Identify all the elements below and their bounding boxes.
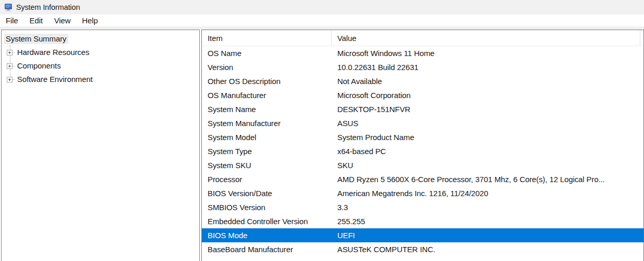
row-value-cell: Microsoft Windows 11 Home <box>331 49 643 58</box>
row-item-cell: Processor <box>202 175 331 184</box>
table-row[interactable]: Other OS DescriptionNot Available <box>202 74 643 88</box>
row-value-cell: UEFI <box>331 231 643 240</box>
menu-item-view[interactable]: View <box>48 15 76 26</box>
tree-item-label: Software Environment <box>16 74 94 85</box>
row-value-cell: 255.255 <box>331 217 643 226</box>
column-separator[interactable] <box>331 30 332 46</box>
table-row[interactable]: System ManufacturerASUS <box>202 116 643 130</box>
row-value-cell: Microsoft Corporation <box>331 91 643 100</box>
row-item-cell: SMBIOS Version <box>202 203 331 212</box>
row-item-cell: Other OS Description <box>202 77 331 86</box>
expand-plus-icon[interactable] <box>7 77 12 83</box>
tree-item-hardware-resources[interactable]: Hardware Resources <box>2 46 199 59</box>
tree-item-system-summary[interactable]: System Summary <box>2 32 199 46</box>
row-value-cell: ASUSTeK COMPUTER INC. <box>331 245 643 254</box>
column-header-value[interactable]: Value <box>331 34 357 43</box>
table-row[interactable]: System ModelSystem Product Name <box>202 130 643 144</box>
row-item-cell: BIOS Version/Date <box>202 189 331 198</box>
table-row[interactable]: OS ManufacturerMicrosoft Corporation <box>202 88 643 102</box>
row-value-cell: Not Available <box>331 77 643 86</box>
expand-plus-icon[interactable] <box>7 63 12 69</box>
row-item-cell: Version <box>202 63 331 72</box>
tree-item-components[interactable]: Components <box>2 59 199 73</box>
menu-item-edit[interactable]: Edit <box>24 15 48 26</box>
menu-item-file[interactable]: File <box>0 15 24 26</box>
table-row[interactable]: ProcessorAMD Ryzen 5 5600X 6-Core Proces… <box>202 172 643 186</box>
row-value-cell: x64-based PC <box>331 147 643 156</box>
row-item-cell: OS Name <box>202 49 331 58</box>
tree-item-label: Components <box>16 61 62 71</box>
system-information-monitor-icon <box>4 3 12 11</box>
expand-plus-icon[interactable] <box>7 50 12 56</box>
table-row[interactable]: OS NameMicrosoft Windows 11 Home <box>202 46 643 60</box>
row-value-cell: American Megatrends Inc. 1216, 11/24/202… <box>331 189 643 198</box>
row-item-cell: System Manufacturer <box>202 119 331 128</box>
list-header: Item Value <box>202 30 643 46</box>
row-value-cell: DESKTOP-151NFVR <box>331 105 643 114</box>
category-tree-pane[interactable]: System SummaryHardware ResourcesComponen… <box>1 30 200 261</box>
menu-item-help[interactable]: Help <box>76 15 103 26</box>
row-item-cell: BaseBoard Manufacturer <box>202 245 331 254</box>
row-item-cell: Embedded Controller Version <box>202 217 331 226</box>
table-row[interactable]: System NameDESKTOP-151NFVR <box>202 102 643 116</box>
table-row[interactable]: Version10.0.22631 Build 22631 <box>202 60 643 74</box>
tree-item-label: Hardware Resources <box>16 47 91 58</box>
table-row[interactable]: BIOS Version/DateAmerican Megatrends Inc… <box>202 186 643 200</box>
row-item-cell: System Type <box>202 147 331 156</box>
window-title: System Information <box>16 3 80 11</box>
table-row[interactable]: SMBIOS Version3.3 <box>202 200 643 214</box>
row-item-cell: BIOS Mode <box>202 231 331 240</box>
column-separator[interactable] <box>640 30 640 46</box>
system-information-window: System Information FileEditViewHelp Syst… <box>0 0 644 261</box>
row-value-cell: 3.3 <box>331 203 643 212</box>
tree-item-software-environment[interactable]: Software Environment <box>2 73 199 86</box>
title-bar: System Information <box>0 0 644 15</box>
detail-list-pane[interactable]: Item Value OS NameMicrosoft Windows 11 H… <box>201 30 644 261</box>
tree-item-label: System Summary <box>4 34 68 44</box>
row-item-cell: System Model <box>202 133 331 142</box>
row-item-cell: System SKU <box>202 161 331 170</box>
row-value-cell: System Product Name <box>331 133 643 142</box>
table-row[interactable]: BIOS ModeUEFI <box>202 228 643 242</box>
row-value-cell: SKU <box>331 161 643 170</box>
row-value-cell: AMD Ryzen 5 5600X 6-Core Processor, 3701… <box>331 175 643 184</box>
table-row[interactable]: System SKUSKU <box>202 158 643 172</box>
row-item-cell: System Name <box>202 105 331 114</box>
menu-bar: FileEditViewHelp <box>0 15 644 26</box>
row-value-cell: ASUS <box>331 119 643 128</box>
table-row[interactable]: Embedded Controller Version255.255 <box>202 214 643 228</box>
column-header-item[interactable]: Item <box>202 34 331 43</box>
row-item-cell: OS Manufacturer <box>202 91 331 100</box>
row-value-cell: 10.0.22631 Build 22631 <box>331 63 643 72</box>
table-row[interactable]: System Typex64-based PC <box>202 144 643 158</box>
table-row[interactable]: BaseBoard ManufacturerASUSTeK COMPUTER I… <box>202 242 643 256</box>
